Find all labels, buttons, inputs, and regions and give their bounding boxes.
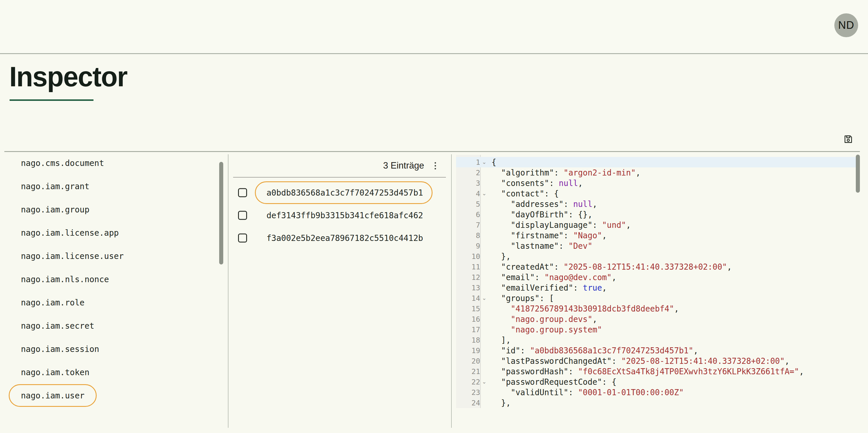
line-number: 11 (471, 263, 480, 271)
fold-spacer (481, 178, 488, 188)
editor-line[interactable]: 23 "validUntil": "0001-01-01T00:00:00Z" (456, 387, 856, 398)
editor-line[interactable]: 13 "emailVerified": true, (456, 283, 856, 293)
line-number: 8 (476, 231, 480, 240)
code-line-content: "lastPasswordChangedAt": "2025-08-12T15:… (488, 356, 856, 366)
editor-line[interactable]: 15 "4187256789143b30918dcb3fd8deebf4", (456, 304, 856, 314)
entry-id-pill[interactable]: def3143ffb9b3315b341cfe618afc462 (255, 204, 433, 227)
editor-line[interactable]: 10 }, (456, 251, 856, 262)
line-number: 12 (471, 273, 480, 282)
editor-line[interactable]: 4⌄ "contact": { (456, 188, 856, 199)
entries-panel: 3 Einträge a0bdb836568a1c3c7f70247253d45… (228, 151, 451, 433)
editor-line-gutter: 7 (456, 220, 488, 230)
title-underline (9, 99, 93, 101)
user-avatar[interactable]: ND (834, 13, 858, 37)
code-line-content: }, (488, 251, 856, 262)
editor-line[interactable]: 21 "passwordHash": "f0c68EcXtSa4Tk8j4TP0… (456, 366, 856, 377)
editor-line[interactable]: 11 "createdAt": "2025-08-12T15:41:40.337… (456, 262, 856, 272)
editor-line[interactable]: 18 ], (456, 335, 856, 345)
code-line-content: "addresses": null, (488, 199, 856, 209)
sidebar-item-nago.iam.nls.nonce[interactable]: nago.iam.nls.nonce (0, 268, 221, 291)
sidebar-item-nago.iam.grant[interactable]: nago.iam.grant (0, 175, 221, 198)
sidebar-item-label: nago.iam.group (21, 205, 89, 214)
editor-line-gutter: 15 (456, 304, 488, 314)
editor-line[interactable]: 20 "lastPasswordChangedAt": "2025-08-12T… (456, 356, 856, 366)
fold-spacer (481, 283, 488, 293)
fold-spacer (481, 356, 488, 366)
line-number: 19 (471, 346, 480, 355)
editor-line[interactable]: 7 "displayLanguage": "und", (456, 220, 856, 230)
code-line-content: "nago.group.system" (488, 324, 856, 335)
editor-line[interactable]: 12 "email": "nago@dev.com", (456, 272, 856, 283)
fold-spacer (481, 324, 488, 335)
fold-spacer (481, 314, 488, 324)
sidebar-item-nago.iam.secret[interactable]: nago.iam.secret (0, 314, 221, 337)
code-line-content: "4187256789143b30918dcb3fd8deebf4", (488, 304, 856, 314)
line-number: 2 (476, 169, 480, 177)
line-number: 6 (476, 210, 480, 219)
line-number: 16 (471, 315, 480, 323)
sidebar-item-nago.iam.group[interactable]: nago.iam.group (0, 198, 221, 221)
editor-line[interactable]: 5 "addresses": null, (456, 199, 856, 209)
entry-checkbox[interactable] (238, 234, 247, 243)
editor-line[interactable]: 22⌄ "passwordRequestCode": { (456, 377, 856, 387)
fold-chevron-icon[interactable]: ⌄ (481, 377, 488, 387)
sidebar-item-label: nago.iam.nls.nonce (21, 275, 109, 284)
top-bar-divider (0, 53, 868, 54)
editor-line[interactable]: 24 }, (456, 398, 856, 408)
entry-id-pill[interactable]: f3a002e5b2eea78967182c5510c4412b (255, 227, 433, 249)
code-line-content: { (488, 157, 856, 167)
sidebar-item-label: nago.iam.license.user (21, 251, 124, 261)
editor-line-gutter: 5 (456, 199, 488, 209)
fold-chevron-icon[interactable]: ⌄ (481, 188, 488, 199)
code-line-content: "consents": null, (488, 178, 856, 188)
entry-id-pill[interactable]: a0bdb836568a1c3c7f70247253d457b1 (255, 181, 433, 204)
sidebar-item-nago.iam.license.app[interactable]: nago.iam.license.app (0, 221, 221, 244)
editor-line-gutter: 10 (456, 251, 488, 262)
editor-line[interactable]: 16 "nago.group.devs", (456, 314, 856, 324)
sidebar-item-nago.iam.role[interactable]: nago.iam.role (0, 291, 221, 314)
editor-line[interactable]: 14⌄ "groups": [ (456, 293, 856, 304)
editor-line[interactable]: 8 "firstname": "Nago", (456, 230, 856, 241)
code-line-content: "dayOfBirth": {}, (488, 209, 856, 220)
editor-line-gutter: 22⌄ (456, 377, 488, 387)
sidebar-item-label: nago.iam.session (21, 344, 99, 354)
editor-line[interactable]: 17 "nago.group.system" (456, 324, 856, 335)
editor-scrollbar[interactable] (856, 154, 860, 193)
fold-spacer (481, 304, 488, 314)
editor-line[interactable]: 19 "id": "a0bdb836568a1c3c7f70247253d457… (456, 345, 856, 356)
sidebar-item-label: nago.iam.license.app (21, 228, 119, 238)
entry-checkbox[interactable] (238, 211, 247, 220)
editor-line[interactable]: 6 "dayOfBirth": {}, (456, 209, 856, 220)
line-number: 20 (471, 357, 480, 365)
fold-spacer (481, 398, 488, 408)
entries-editor-divider (451, 154, 452, 428)
sidebar-item-nago.iam.user[interactable]: nago.iam.user (0, 384, 221, 407)
editor-line[interactable]: 3 "consents": null, (456, 178, 856, 188)
top-bar (0, 0, 868, 53)
code-line-content: "emailVerified": true, (488, 283, 856, 293)
sidebar-item-nago.iam.session[interactable]: nago.iam.session (0, 337, 221, 360)
line-number: 18 (471, 336, 480, 344)
fold-spacer (481, 209, 488, 220)
editor-line[interactable]: 9 "lastname": "Dev" (456, 241, 856, 251)
fold-spacer (481, 167, 488, 178)
sidebar-item-label: nago.iam.grant (21, 182, 89, 191)
line-number: 13 (471, 284, 480, 292)
kebab-vertical-icon[interactable] (433, 161, 438, 171)
entry-row: def3143ffb9b3315b341cfe618afc462 (228, 204, 451, 227)
fold-chevron-icon[interactable]: ⌄ (481, 293, 488, 304)
editor-line[interactable]: 2 "algorithm": "argon2-id-min", (456, 167, 856, 178)
code-line-content: "displayLanguage": "und", (488, 220, 856, 230)
code-line-content: "nago.group.devs", (488, 314, 856, 324)
sidebar-scrollbar[interactable] (219, 162, 223, 264)
editor-line[interactable]: 1⌄{ (456, 157, 856, 167)
fold-spacer (481, 251, 488, 262)
save-button[interactable] (842, 134, 854, 145)
entry-checkbox[interactable] (238, 188, 247, 197)
sidebar-item-label: nago.cms.document (21, 158, 104, 168)
editor-line-gutter: 18 (456, 335, 488, 345)
sidebar-item-nago.iam.license.user[interactable]: nago.iam.license.user (0, 244, 221, 268)
fold-chevron-icon[interactable]: ⌄ (481, 157, 488, 167)
sidebar-item-nago.cms.document[interactable]: nago.cms.document (0, 151, 221, 175)
sidebar-item-nago.iam.token[interactable]: nago.iam.token (0, 360, 221, 384)
